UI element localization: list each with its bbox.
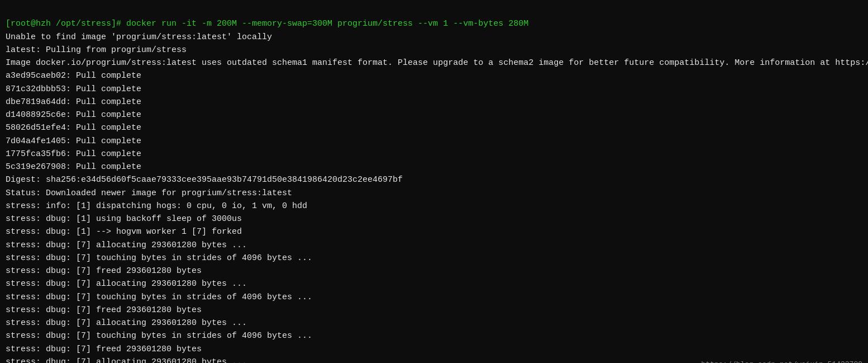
- line-5802: 58026d51efe4: Pull complete: [6, 121, 862, 134]
- line-dbe7: dbe7819a64dd: Pull complete: [6, 96, 862, 109]
- line-pulling: latest: Pulling from progrium/stress: [6, 44, 862, 56]
- line-unable: Unable to find image 'progrium/stress:la…: [6, 31, 862, 44]
- line-dbug3: stress: dbug: [7] allocating 293601280 b…: [6, 239, 862, 252]
- line-7d04: 7d04a4fe1405: Pull complete: [6, 135, 862, 148]
- line-dbug7: stress: dbug: [7] touching bytes in stri…: [6, 291, 862, 304]
- line-871c: 871c32dbbb53: Pull complete: [6, 83, 862, 96]
- line-dbug10: stress: dbug: [7] touching bytes in stri…: [6, 329, 862, 342]
- line-dbug8: stress: dbug: [7] freed 293601280 bytes: [6, 304, 862, 317]
- line-status: Status: Downloaded newer image for progr…: [6, 187, 862, 200]
- line-d140: d14088925c6e: Pull complete: [6, 109, 862, 121]
- line-5c31: 5c319e267908: Pull complete: [6, 161, 862, 173]
- line-dbug11: stress: dbug: [7] freed 293601280 bytes: [6, 343, 862, 356]
- line-image: Image docker.io/progrium/stress:latest u…: [6, 56, 862, 69]
- line-a3ed: a3ed95caeb02: Pull complete: [6, 69, 862, 82]
- terminal-output: [root@hzh /opt/stress]# docker run -it -…: [0, 0, 868, 363]
- line-1775: 1775fca35fb6: Pull complete: [6, 148, 862, 161]
- watermark: https://blog.csdn.net/weixin_51432789: [701, 360, 862, 363]
- line-dbug5: stress: dbug: [7] freed 293601280 bytes: [6, 265, 862, 277]
- line-dbug2: stress: dbug: [1] --> hogvm worker 1 [7]…: [6, 225, 862, 238]
- line-info1: stress: info: [1] dispatching hogs: 0 cp…: [6, 200, 862, 213]
- line-dbug6: stress: dbug: [7] allocating 293601280 b…: [6, 277, 862, 290]
- line-cmd: [root@hzh /opt/stress]# docker run -it -…: [6, 17, 862, 30]
- line-digest: Digest: sha256:e34d56d60f5caae79333cee39…: [6, 173, 862, 186]
- line-dbug4: stress: dbug: [7] touching bytes in stri…: [6, 252, 862, 265]
- line-dbug9: stress: dbug: [7] allocating 293601280 b…: [6, 317, 862, 329]
- line-dbug1: stress: dbug: [1] using backoff sleep of…: [6, 213, 862, 225]
